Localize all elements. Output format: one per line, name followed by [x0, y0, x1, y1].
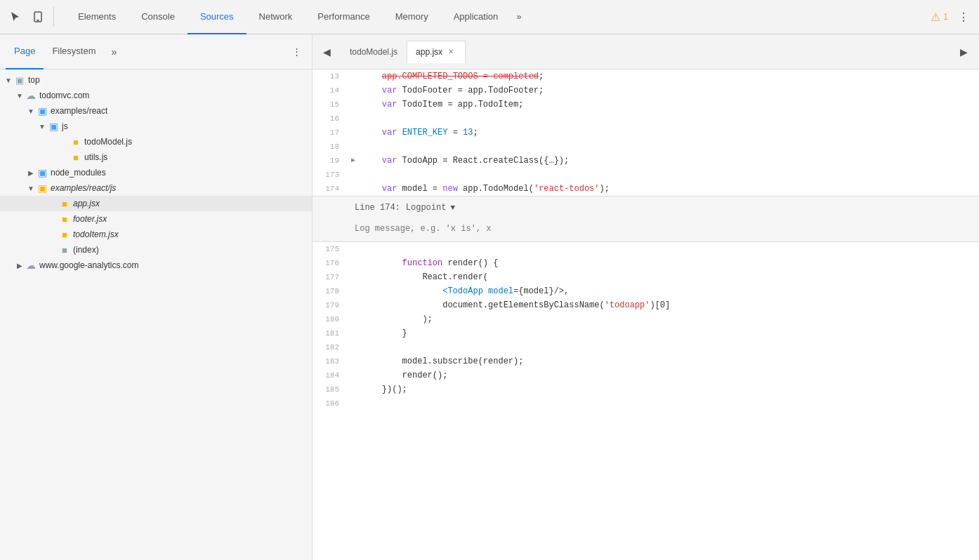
logpoint-type-label: Logpoint: [406, 201, 447, 215]
tree-label-todomvc: todomvc.com: [39, 91, 89, 100]
line-num-177: 177: [313, 270, 348, 284]
sidebar-tabs: Page Filesystem » ⋮: [0, 34, 312, 69]
tree-item-index[interactable]: ■ (index): [0, 242, 312, 258]
code-line-16: 16: [313, 112, 979, 126]
line-num-186: 186: [313, 396, 348, 411]
line-num-181: 181: [313, 326, 348, 340]
editor-collapse-button[interactable]: ◀: [318, 44, 335, 60]
tree-item-js[interactable]: ▼ ▣ js: [0, 119, 312, 134]
logpoint-line-label: Line 174:: [355, 201, 400, 215]
editor-tab-todomodel[interactable]: todoModel.js: [341, 41, 407, 63]
sidebar-tab-filesystem[interactable]: Filesystem: [44, 34, 104, 69]
code-line-175: 175: [313, 242, 979, 256]
tree-spacer-app-jsx: [48, 198, 59, 209]
editor-tab-app-jsx[interactable]: app.jsx ✕: [407, 41, 466, 63]
line-num-185: 185: [313, 382, 348, 396]
line-num-184: 184: [313, 368, 348, 382]
code-line-181: 181 }: [313, 326, 979, 340]
sidebar-tab-page[interactable]: Page: [6, 34, 44, 69]
device-icon[interactable]: [28, 7, 48, 27]
line-content-178: <TodoApp model={model}/>,: [359, 284, 979, 298]
code-line-174: 174 var model = new app.TodoModel('react…: [313, 182, 979, 196]
code-line-180: 180 );: [313, 312, 979, 326]
line-content-183: model.subscribe(render);: [359, 354, 979, 368]
tree-arrow-js: ▼: [37, 121, 48, 132]
editor-tab-close-button[interactable]: ✕: [445, 46, 456, 58]
tree-arrow-todomvc: ▼: [14, 90, 25, 101]
code-view[interactable]: 13 app.COMPLETED_TODOS = completed; 14 v…: [313, 69, 979, 560]
editor-tab-todomodel-label: todoModel.js: [350, 47, 397, 57]
tree-label-js: js: [62, 121, 68, 131]
logpoint-message-input[interactable]: [355, 224, 937, 234]
settings-more-button[interactable]: ⋮: [954, 7, 973, 27]
tab-elements[interactable]: Elements: [65, 0, 129, 34]
tab-application[interactable]: Application: [441, 0, 511, 34]
line-num-183: 183: [313, 354, 348, 368]
tree-item-todomvc[interactable]: ▼ ☁ todomvc.com: [0, 88, 312, 103]
tree-label-todomodel: todoModel.js: [84, 137, 132, 147]
sidebar-more-options-button[interactable]: ⋮: [287, 42, 306, 62]
cursor-icon[interactable]: [6, 7, 25, 27]
file-icon-index: ■: [59, 244, 70, 255]
folder-icon-js: ▣: [48, 121, 59, 132]
tree-item-todomodel[interactable]: ■ todoModel.js: [0, 134, 312, 149]
code-line-14: 14 var TodoFooter = app.TodoFooter;: [313, 84, 979, 98]
tree-label-utils: utils.js: [84, 152, 107, 162]
main-layout: Page Filesystem » ⋮ ▼ ▣ top ▼ ☁ todomvc.…: [0, 34, 979, 560]
tree-spacer-footer-jsx: [48, 213, 59, 225]
line-num-15: 15: [313, 98, 348, 112]
line-num-179: 179: [313, 298, 348, 312]
file-icon-app-jsx: ■: [59, 198, 70, 209]
tree-spacer-utils: [59, 152, 70, 163]
line-content-17: var ENTER_KEY = 13;: [359, 126, 979, 140]
tab-more[interactable]: »: [511, 0, 527, 34]
tree-item-todoitem-jsx[interactable]: ■ todoItem.jsx: [0, 227, 312, 242]
tree-item-examples-react[interactable]: ▼ ▣ examples/react: [0, 103, 312, 119]
code-line-176: 176 function render() {: [313, 256, 979, 270]
code-line-179: 179 document.getElementsByClassName('tod…: [313, 298, 979, 312]
code-line-183: 183 model.subscribe(render);: [313, 354, 979, 368]
line-content-13: app.COMPLETED_TODOS = completed;: [359, 69, 979, 84]
code-line-13: 13 app.COMPLETED_TODOS = completed;: [313, 69, 979, 84]
tree-spacer-index: [48, 244, 59, 255]
line-content-185: })();: [359, 382, 979, 396]
tree-item-google-analytics[interactable]: ▶ ☁ www.google-analytics.com: [0, 258, 312, 273]
toolbar: Elements Console Sources Network Perform…: [0, 0, 979, 34]
tree-item-utils[interactable]: ■ utils.js: [0, 149, 312, 165]
line-num-16: 16: [313, 112, 348, 126]
code-line-186: 186: [313, 396, 979, 411]
tab-memory[interactable]: Memory: [383, 0, 441, 34]
tab-console[interactable]: Console: [129, 0, 188, 34]
warning-count: 1: [943, 12, 948, 22]
tree-item-app-jsx[interactable]: ■ app.jsx: [0, 196, 312, 211]
tree-label-node-modules: node_modules: [51, 168, 106, 178]
logpoint-dropdown-icon: ▼: [450, 201, 455, 215]
tab-network[interactable]: Network: [247, 0, 305, 34]
line-num-176: 176: [313, 256, 348, 270]
line-content-184: render();: [359, 368, 979, 382]
editor-sidebar-toggle-button[interactable]: ▶: [954, 42, 973, 62]
tree-item-footer-jsx[interactable]: ■ footer.jsx: [0, 211, 312, 227]
tree-label-footer-jsx: footer.jsx: [73, 214, 107, 224]
code-line-173: 173: [313, 168, 979, 182]
editor-area: ◀ todoModel.js app.jsx ✕ ▶ 13 app.COMPLE…: [313, 34, 979, 560]
code-line-19: 19 ▶ var TodoApp = React.createClass({…}…: [313, 154, 979, 168]
tree-item-node-modules[interactable]: ▶ ▣ node_modules: [0, 165, 312, 180]
code-line-185: 185 })();: [313, 382, 979, 396]
sidebar-tab-more-button[interactable]: »: [105, 42, 124, 62]
tree-item-examples-react-js[interactable]: ▼ ▣ examples/react/js: [0, 180, 312, 196]
code-line-17: 17 var ENTER_KEY = 13;: [313, 126, 979, 140]
tree-arrow-top: ▼: [3, 74, 14, 86]
toolbar-icons: [6, 7, 57, 27]
code-line-18: 18: [313, 140, 979, 154]
tree-arrow-examples-react-js: ▼: [25, 182, 37, 194]
tab-performance[interactable]: Performance: [305, 0, 382, 34]
line-content-177: React.render(: [359, 270, 979, 284]
tab-sources[interactable]: Sources: [188, 0, 247, 34]
line-content-14: var TodoFooter = app.TodoFooter;: [359, 84, 979, 98]
tree-item-top[interactable]: ▼ ▣ top: [0, 72, 312, 88]
line-content-180: );: [359, 312, 979, 326]
logpoint-type-button[interactable]: Logpoint ▼: [406, 201, 455, 215]
line-expand-19[interactable]: ▶: [348, 154, 359, 168]
toolbar-separator: [53, 7, 54, 27]
